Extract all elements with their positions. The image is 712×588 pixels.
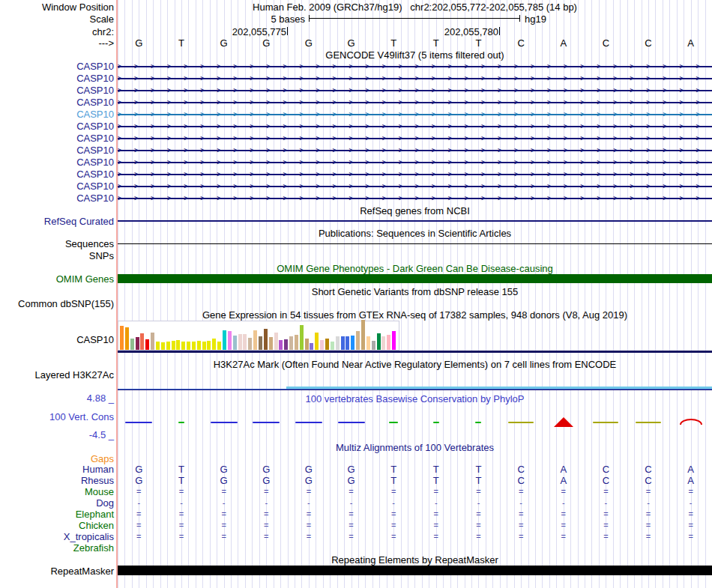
gencode-transcript-label[interactable]: CASP10 [0, 121, 114, 133]
gencode-transcript-row[interactable]: > > > > > > > > > > > > > > > > > > > > … [118, 61, 712, 73]
species-label[interactable]: Rhesus [0, 475, 114, 486]
gtex-bar [331, 342, 334, 350]
gencode-transcript-label[interactable]: CASP10 [0, 157, 114, 169]
alignment-symbol: = [585, 531, 627, 542]
gtex-bar [161, 342, 165, 350]
gtex-bar [315, 333, 319, 350]
scale-bar-left-tick [309, 15, 310, 22]
h3k27ac-baseline-dark [118, 390, 712, 390]
gencode-transcript-label[interactable]: CASP10 [0, 61, 114, 73]
gencode-transcript-label[interactable]: CASP10 [0, 145, 114, 157]
alignment-base: G [202, 464, 245, 475]
gencode-transcript-row[interactable]: > > > > > > > > > > > > > > > > > > > > … [118, 97, 712, 109]
alignment-base: C [627, 475, 670, 486]
gtex-gene-label[interactable]: CASP10 [0, 334, 114, 345]
alignment-symbol: = [288, 509, 331, 520]
gtex-expression-chart[interactable] [118, 321, 399, 351]
snps-label[interactable]: SNPs [0, 250, 114, 261]
repeatmasker-item[interactable] [118, 566, 712, 575]
alignment-symbol: = [160, 486, 203, 497]
sequences-label[interactable]: Sequences [0, 238, 114, 249]
alignment-symbol: = [160, 520, 203, 531]
gtex-bar [305, 339, 309, 350]
gtex-bar [351, 336, 355, 350]
gencode-transcript-label[interactable]: CASP10 [0, 133, 114, 145]
gencode-transcript-label[interactable]: CASP10 [0, 73, 114, 85]
gencode-transcript-label[interactable]: CASP10 [0, 193, 114, 204]
base-letter: G [288, 37, 331, 49]
gencode-transcript-label[interactable]: CASP10 [0, 109, 114, 121]
alignment-symbol: - [372, 497, 415, 509]
gencode-transcript-row[interactable]: > > > > > > > > > > > > > > > > > > > > … [118, 193, 712, 204]
gtex-bar [336, 336, 340, 350]
species-label[interactable]: Elephant [0, 509, 114, 520]
omim-track-title: OMIM Gene Phenotypes - Dark Green Can Be… [118, 263, 712, 274]
h3k27ac-signal-band[interactable] [286, 387, 712, 389]
strand-arrow-label[interactable]: ---> [0, 37, 114, 49]
alignment-base: T [372, 475, 415, 486]
transcript-direction-arrows: > > > > > > > > > > > > > > > > > > > > … [118, 157, 712, 169]
alignment-symbol: - [669, 497, 712, 509]
alignment-base: G [202, 475, 245, 486]
gencode-transcript-row[interactable]: > > > > > > > > > > > > > > > > > > > > … [118, 133, 712, 145]
alignment-symbol: = [288, 520, 331, 531]
omim-genes-label[interactable]: OMIM Genes [0, 273, 114, 285]
base-letter: T [415, 37, 458, 49]
gtex-bar [325, 339, 329, 350]
assembly-label: hg19 [525, 13, 546, 25]
phylop-mark [178, 422, 184, 423]
refseq-curated-item[interactable] [118, 220, 712, 222]
species-label[interactable]: X_tropicalis [0, 531, 114, 542]
repeatmasker-label[interactable]: RepeatMasker [0, 566, 114, 577]
scale-bar [309, 18, 520, 19]
species-label[interactable]: Zebrafish [0, 542, 114, 554]
species-label[interactable]: Human [0, 464, 114, 475]
alignment-base: G [330, 475, 372, 486]
transcript-direction-arrows: > > > > > > > > > > > > > > > > > > > > … [118, 61, 712, 73]
gencode-transcript-row[interactable]: > > > > > > > > > > > > > > > > > > > > … [118, 157, 712, 169]
gtex-bar [151, 333, 154, 350]
alignment-symbol: = [245, 531, 288, 542]
phylop-max-label: 4.88 _ [0, 392, 114, 404]
gencode-transcript-row[interactable]: > > > > > > > > > > > > > > > > > > > > … [118, 109, 712, 121]
gtex-bar [259, 336, 262, 350]
species-label[interactable]: Mouse [0, 486, 114, 497]
gtex-bar [253, 330, 257, 350]
refseq-track-title: RefSeq genes from NCBI [118, 205, 712, 216]
gencode-transcript-row[interactable]: > > > > > > > > > > > > > > > > > > > > … [118, 121, 712, 133]
alignment-symbol: = [330, 520, 372, 531]
sequences-item[interactable] [118, 243, 712, 244]
gencode-transcript-label[interactable]: CASP10 [0, 85, 114, 97]
phylop-mark [475, 422, 481, 423]
h3k27ac-label[interactable]: Layered H3K27Ac [0, 369, 114, 381]
gencode-transcript-label[interactable]: CASP10 [0, 181, 114, 193]
gtex-bar [187, 342, 190, 350]
gaps-label[interactable]: Gaps [0, 453, 114, 464]
alignment-symbol: - [118, 497, 160, 509]
gencode-transcript-row[interactable]: > > > > > > > > > > > > > > > > > > > > … [118, 169, 712, 181]
transcript-direction-arrows: > > > > > > > > > > > > > > > > > > > > … [118, 73, 712, 85]
phylop-mark [508, 422, 534, 423]
gencode-transcript-row[interactable]: > > > > > > > > > > > > > > > > > > > > … [118, 73, 712, 85]
dbsnp-label[interactable]: Common dbSNP(155) [0, 298, 114, 309]
scale-bases-value: 5 bases [118, 13, 305, 25]
gtex-bar [346, 336, 349, 350]
phylop-mark [389, 422, 398, 423]
species-label[interactable]: Chicken [0, 520, 114, 531]
omim-gene-bar[interactable] [118, 274, 712, 283]
gencode-transcript-row[interactable]: > > > > > > > > > > > > > > > > > > > > … [118, 145, 712, 157]
alignment-symbol: = [415, 509, 458, 520]
phylop-label[interactable]: 100 Vert. Cons [0, 411, 114, 422]
phylop-peak-mark [554, 417, 573, 427]
gencode-transcript-row[interactable]: > > > > > > > > > > > > > > > > > > > > … [118, 85, 712, 97]
transcript-direction-arrows: > > > > > > > > > > > > > > > > > > > > … [118, 85, 712, 97]
refseq-curated-label[interactable]: RefSeq Curated [0, 216, 114, 227]
alignment-base: T [160, 464, 203, 475]
gtex-bar [145, 339, 149, 350]
gencode-transcript-row[interactable]: > > > > > > > > > > > > > > > > > > > > … [118, 181, 712, 193]
alignment-symbol: = [415, 520, 458, 531]
gencode-transcript-label[interactable]: CASP10 [0, 97, 114, 109]
species-label[interactable]: Dog [0, 497, 114, 509]
gtex-bar [320, 340, 324, 350]
gencode-transcript-label[interactable]: CASP10 [0, 169, 114, 181]
